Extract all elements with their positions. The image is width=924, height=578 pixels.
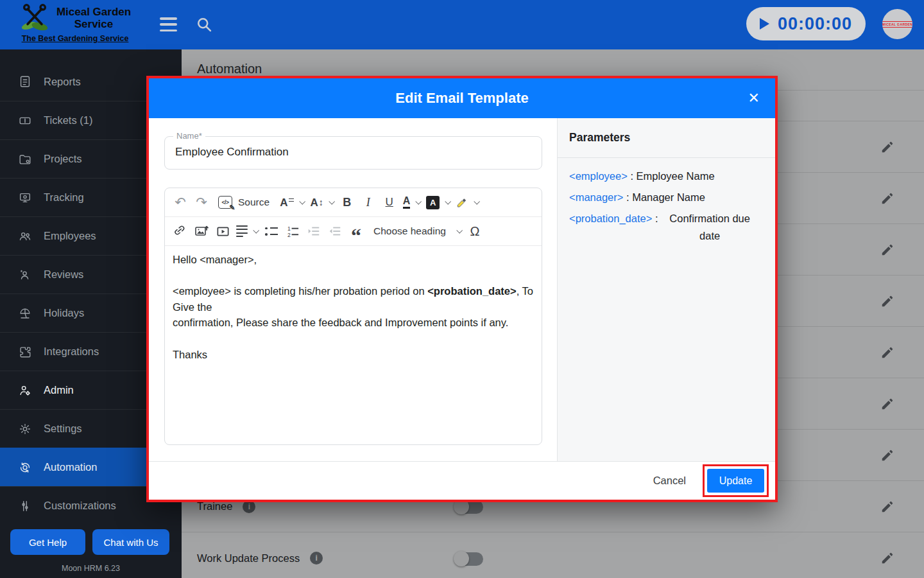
- source-button[interactable]: </> Source: [218, 193, 270, 212]
- puzzle-icon: [18, 345, 32, 359]
- scissors-leaves-logo-icon: [17, 3, 52, 33]
- modal-header: Edit Email Template ✕: [149, 78, 775, 118]
- edit-email-template-modal: Edit Email Template ✕ Name* Employee Con…: [146, 76, 778, 502]
- name-field[interactable]: Name* Employee Confirmation: [164, 136, 542, 170]
- app-window: Miceal Garden Service The Best Gardening…: [0, 0, 924, 578]
- highlighter-icon: [456, 196, 468, 209]
- chevron-down-icon: [300, 198, 306, 205]
- parameters-panel: Parameters <employee> : Employee Name <m…: [557, 118, 775, 461]
- brand-subtitle: The Best Gardening Service: [22, 34, 129, 43]
- get-help-button[interactable]: Get Help: [10, 529, 85, 555]
- undo-icon[interactable]: ↶: [173, 193, 188, 212]
- gear-cycle-icon: [18, 460, 32, 475]
- svg-text:1: 1: [287, 225, 290, 232]
- top-header: Miceal Garden Service The Best Gardening…: [0, 0, 924, 49]
- modal-body: Name* Employee Confirmation ↶ ↷ </> Sour…: [149, 118, 775, 461]
- cancel-button[interactable]: Cancel: [651, 469, 689, 492]
- parameters-list: <employee> : Employee Name <manager> : M…: [558, 158, 775, 252]
- source-code-icon: </>: [218, 196, 232, 209]
- avatar-text: MICEAL GARDEN: [882, 21, 912, 28]
- numbered-list-icon[interactable]: 12: [285, 222, 300, 241]
- parameter-item: <manager> : Manager Name: [569, 187, 764, 208]
- email-body-editor[interactable]: Hello <manager>, <employee> is completin…: [165, 246, 542, 445]
- align-left-icon: [236, 225, 248, 237]
- app-version: Moon HRM 6.23: [0, 564, 182, 573]
- time-tracker-widget[interactable]: 00:00:00: [746, 7, 866, 40]
- chevron-down-icon: [456, 227, 463, 234]
- increase-indent-icon[interactable]: [306, 222, 321, 241]
- person-gear-icon: [18, 383, 32, 398]
- media-embed-icon[interactable]: [215, 222, 230, 241]
- beach-umbrella-icon: [18, 306, 32, 320]
- italic-button[interactable]: I: [361, 193, 376, 212]
- chat-with-us-button[interactable]: Chat with Us: [92, 529, 169, 555]
- gear-icon: [18, 422, 32, 436]
- toolbar-row-1: ↶ ↷ </> Source A A↕ B I: [165, 188, 542, 217]
- toolbar-row-2: 12 “ Choose heading Ω: [165, 217, 542, 246]
- link-icon[interactable]: [168, 219, 193, 243]
- brand-logo[interactable]: Miceal Garden Service The Best Gardening…: [17, 3, 133, 43]
- special-characters-icon[interactable]: Ω: [467, 222, 483, 241]
- parameter-employee-link[interactable]: <employee>: [569, 166, 628, 187]
- bulleted-list-icon[interactable]: [264, 222, 279, 241]
- decrease-indent-icon[interactable]: [327, 222, 343, 241]
- search-icon[interactable]: [195, 15, 213, 33]
- image-upload-icon[interactable]: [194, 222, 209, 241]
- name-field-label: Name*: [173, 131, 205, 141]
- parameter-probation-date-link[interactable]: <probation_date>: [569, 208, 652, 229]
- background-color-dropdown[interactable]: A: [426, 193, 450, 212]
- person-star-icon: [18, 268, 32, 282]
- font-family-dropdown[interactable]: A↕: [310, 193, 333, 212]
- monitor-eye-icon: [18, 191, 32, 205]
- rich-text-editor: ↶ ↷ </> Source A A↕ B I: [164, 188, 542, 445]
- chevron-down-icon: [474, 198, 481, 205]
- modal-footer: Cancel Update: [149, 461, 775, 500]
- redo-icon[interactable]: ↷: [194, 193, 209, 212]
- chevron-down-icon: [253, 227, 259, 234]
- text-alignment-dropdown[interactable]: [236, 222, 258, 241]
- highlight-dropdown[interactable]: [456, 193, 479, 212]
- modal-title: Edit Email Template: [395, 90, 528, 107]
- chevron-down-icon: [416, 198, 422, 205]
- update-button[interactable]: Update: [707, 469, 764, 493]
- underline-button[interactable]: U: [382, 193, 397, 212]
- sliders-icon: [18, 499, 32, 513]
- parameters-title: Parameters: [558, 118, 775, 158]
- chevron-down-icon: [445, 198, 452, 205]
- heading-dropdown[interactable]: Choose heading: [370, 222, 461, 241]
- update-button-annotation: Update: [703, 464, 769, 497]
- avatar[interactable]: MICEAL GARDEN: [882, 9, 912, 39]
- chevron-down-icon: [329, 198, 335, 205]
- close-icon[interactable]: ✕: [748, 78, 760, 118]
- parameter-manager-link[interactable]: <manager>: [569, 187, 623, 208]
- folder-gear-icon: [18, 152, 32, 166]
- ticket-icon: [18, 114, 32, 128]
- block-quote-icon[interactable]: “: [348, 222, 364, 241]
- hamburger-menu-icon[interactable]: [160, 17, 177, 31]
- timer-value: 00:00:00: [778, 14, 852, 34]
- template-editor-column: Name* Employee Confirmation ↶ ↷ </> Sour…: [149, 118, 557, 461]
- people-icon: [18, 229, 32, 243]
- play-icon[interactable]: [760, 18, 769, 30]
- name-field-value: Employee Confirmation: [175, 146, 289, 159]
- document-icon: [18, 74, 32, 89]
- svg-text:2: 2: [287, 232, 290, 238]
- brand-title: Miceal Garden Service: [55, 6, 133, 30]
- font-color-dropdown[interactable]: A: [403, 193, 421, 212]
- font-size-dropdown[interactable]: A: [280, 193, 304, 212]
- bold-button[interactable]: B: [339, 193, 355, 212]
- parameter-item: <employee> : Employee Name: [569, 166, 764, 187]
- parameter-item: <probation_date> : Confirmation due date: [569, 208, 764, 245]
